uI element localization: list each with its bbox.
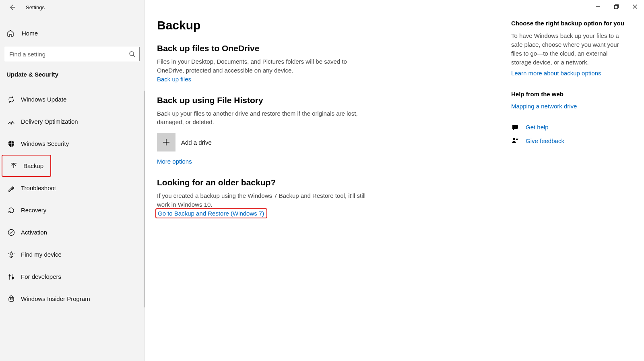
right-column: Choose the right backup option for you T… (511, 19, 628, 361)
scroll-indicator (144, 91, 144, 307)
location-icon (7, 251, 15, 259)
search-input[interactable] (9, 51, 129, 58)
backup-icon (10, 162, 18, 170)
get-help-row[interactable]: ? Get help (511, 123, 628, 131)
main-area: Backup Back up files to OneDrive Files i… (145, 0, 644, 361)
gauge-icon (7, 118, 15, 126)
back-up-files-link[interactable]: Back up files (157, 76, 191, 83)
highlighted-link-box: Go to Backup and Restore (Windows 7) (155, 208, 267, 218)
search-wrap (5, 47, 140, 61)
add-drive-label: Add a drive (181, 139, 212, 146)
sidebar-item-label: Windows Security (21, 140, 69, 147)
get-help-link[interactable]: Get help (526, 124, 549, 131)
svg-point-9 (11, 123, 12, 124)
svg-text:?: ? (514, 124, 516, 129)
svg-point-6 (130, 52, 134, 56)
section-heading: Back up using File History (157, 95, 455, 105)
back-button[interactable] (5, 0, 19, 15)
search-icon (129, 51, 135, 57)
right-heading: Choose the right backup option for you (511, 19, 628, 27)
svg-point-18 (9, 275, 10, 276)
section-heading: Back up files to OneDrive (157, 44, 455, 53)
minimize-button[interactable] (588, 0, 607, 13)
sidebar-item-label: Windows Insider Program (21, 295, 90, 302)
sidebar-item-troubleshoot[interactable]: Troubleshoot (0, 177, 144, 199)
page-title: Backup (157, 19, 455, 32)
sidebar-item-label: Delivery Optimization (21, 118, 78, 125)
section-heading: Looking for an older backup? (157, 178, 455, 187)
section-description: Back up your files to another drive and … (157, 109, 366, 127)
sidebar-item-label: Recovery (21, 207, 46, 214)
svg-point-26 (513, 138, 515, 140)
svg-line-7 (133, 55, 135, 57)
wrench-icon (7, 184, 15, 192)
svg-rect-2 (614, 5, 617, 8)
mapping-network-drive-link[interactable]: Mapping a network drive (511, 103, 577, 110)
right-section-choose: Choose the right backup option for you T… (511, 19, 628, 77)
home-icon (6, 29, 14, 37)
sidebar-item-label: Activation (21, 229, 47, 236)
section-file-history: Back up using File History Back up your … (157, 95, 455, 165)
section-description: Files in your Desktop, Documents, and Pi… (157, 57, 366, 75)
sidebar-item-windows-update[interactable]: Windows Update (0, 88, 144, 110)
close-button[interactable] (625, 0, 644, 13)
sync-icon (7, 95, 15, 104)
titlebar: Settings (0, 0, 144, 15)
help-icon: ? (511, 123, 519, 131)
sidebar-item-recovery[interactable]: Recovery (0, 199, 144, 221)
give-feedback-link[interactable]: Give feedback (526, 137, 564, 144)
recovery-icon (7, 206, 15, 214)
sidebar: Settings Home Update & Security (0, 0, 145, 361)
add-drive-button[interactable]: Add a drive (157, 133, 455, 151)
svg-point-15 (10, 253, 12, 255)
sidebar-nav: Windows Update Delivery Optimization Win… (0, 88, 144, 310)
svg-point-19 (12, 277, 14, 279)
right-section-help-web: Help from the web Mapping a network driv… (511, 90, 628, 109)
sidebar-item-find-my-device[interactable]: Find my device (0, 243, 144, 266)
sidebar-item-label: Backup (23, 162, 43, 169)
insider-icon (7, 295, 15, 303)
learn-more-backup-link[interactable]: Learn more about backup options (511, 70, 601, 77)
svg-rect-20 (9, 297, 14, 301)
plus-icon (157, 133, 175, 151)
section-description: If you created a backup using the Window… (157, 191, 366, 209)
sidebar-item-label: Troubleshoot (21, 185, 56, 191)
sidebar-item-activation[interactable]: Activation (0, 221, 144, 243)
right-section-actions: ? Get help Give feedback (511, 123, 628, 145)
settings-window: Settings Home Update & Security (0, 0, 644, 361)
maximize-button[interactable] (607, 0, 625, 13)
svg-point-22 (12, 299, 12, 299)
home-link[interactable]: Home (0, 24, 144, 42)
right-description: To have Windows back up your files to a … (511, 31, 628, 66)
shield-icon (7, 140, 15, 148)
section-onedrive: Back up files to OneDrive Files in your … (157, 44, 455, 83)
check-circle-icon (7, 228, 15, 237)
window-title: Settings (26, 4, 45, 10)
sidebar-item-delivery-optimization[interactable]: Delivery Optimization (0, 110, 144, 133)
backup-restore-win7-link[interactable]: Go to Backup and Restore (Windows 7) (158, 210, 264, 217)
sidebar-item-label: Find my device (21, 251, 62, 258)
search-box[interactable] (5, 47, 140, 61)
feedback-icon (511, 137, 519, 145)
home-label: Home (22, 30, 38, 37)
sidebar-item-windows-security[interactable]: Windows Security (0, 133, 144, 155)
svg-point-14 (8, 229, 14, 235)
sidebar-item-for-developers[interactable]: For developers (0, 266, 144, 288)
svg-point-21 (10, 299, 11, 299)
sidebar-item-label: Windows Update (21, 96, 66, 103)
sidebar-category: Update & Security (0, 61, 144, 81)
sidebar-item-label: For developers (21, 273, 61, 280)
content-column: Backup Back up files to OneDrive Files i… (157, 19, 455, 361)
window-controls (588, 0, 644, 13)
give-feedback-row[interactable]: Give feedback (511, 137, 628, 145)
right-heading: Help from the web (511, 90, 628, 98)
sidebar-item-backup[interactable]: Backup (2, 155, 51, 177)
sidebar-item-windows-insider[interactable]: Windows Insider Program (0, 288, 144, 310)
developer-icon (7, 273, 15, 281)
more-options-link[interactable]: More options (157, 158, 192, 165)
section-older-backup: Looking for an older backup? If you crea… (157, 178, 455, 218)
